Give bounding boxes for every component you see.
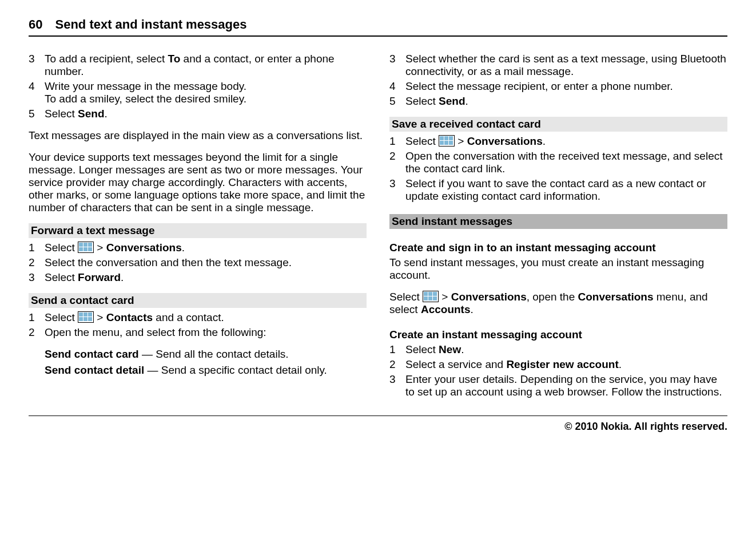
list-item: 3 Select if you want to save the contact…: [389, 177, 727, 203]
svg-rect-5: [83, 247, 87, 251]
text: .: [182, 242, 185, 254]
step-text: Select > Conversations.: [405, 135, 727, 148]
bold-text: Forward: [78, 271, 121, 283]
step-number: 2: [389, 358, 405, 371]
step-text: Enter your user details. Depending on th…: [405, 373, 727, 398]
send-card-steps: 1 Select > Contacts and a contact. 2 Ope…: [29, 311, 367, 339]
step-number: 5: [29, 108, 45, 120]
svg-rect-24: [433, 292, 437, 296]
step-number: 1: [29, 242, 45, 254]
step-number: 2: [29, 326, 45, 339]
create-account-steps: 1 Select New. 2 Select a service and Reg…: [389, 343, 727, 398]
text: Select a service and: [405, 358, 506, 370]
list-item: 4 Select the message recipient, or enter…: [389, 80, 727, 93]
svg-rect-23: [428, 292, 432, 296]
list-item: 2 Select the conversation and then the t…: [29, 256, 367, 269]
svg-rect-16: [444, 136, 448, 140]
svg-rect-13: [88, 317, 92, 321]
section-heading-im: Send instant messages: [389, 214, 727, 229]
text: >: [455, 135, 467, 147]
page-header: 60 Send text and instant messages: [29, 17, 727, 37]
bold-text: Send: [78, 108, 104, 120]
page-number: 60: [29, 17, 42, 32]
svg-rect-9: [83, 312, 87, 316]
step-number: 3: [389, 177, 405, 203]
step-text: Select Send.: [405, 95, 727, 108]
list-item: 3 To add a recipient, select To and a co…: [29, 53, 367, 78]
definition-item: Send contact detail — Send a specific co…: [45, 364, 367, 377]
bold-text: New: [439, 343, 461, 355]
bold-text: To: [168, 53, 180, 65]
text: Select: [45, 311, 78, 323]
text: Select: [405, 135, 439, 147]
step-text: Select > Contacts and a contact.: [45, 311, 367, 324]
text: Write your message in the message body.: [45, 80, 246, 92]
left-column: 3 To add a recipient, select To and a co…: [29, 53, 367, 401]
step-number: 2: [389, 150, 405, 175]
step-text: Select the message recipient, or enter a…: [405, 80, 727, 93]
sub-heading-forward: Forward a text message: [29, 223, 367, 238]
step-number: 2: [29, 256, 45, 269]
definition-desc: — Send all the contact details.: [139, 348, 289, 360]
step-text: Select Send.: [45, 108, 367, 120]
svg-rect-20: [449, 141, 453, 145]
bold-text: Conversations: [467, 135, 543, 147]
step-number: 5: [389, 95, 405, 108]
text: .: [471, 303, 474, 315]
svg-rect-25: [424, 296, 428, 300]
step-number: 4: [29, 80, 45, 105]
svg-rect-1: [79, 243, 83, 247]
svg-rect-6: [88, 247, 92, 251]
text: Select: [45, 242, 78, 254]
svg-rect-12: [83, 317, 87, 321]
list-item: 1 Select > Contacts and a contact.: [29, 311, 367, 324]
forward-steps: 1 Select > Conversations. 2 Select the c…: [29, 242, 367, 284]
bold-text: Accounts: [421, 303, 471, 315]
menu-grid-icon: [439, 135, 455, 147]
svg-rect-10: [88, 312, 92, 316]
step-text: Select a service and Register new accoun…: [405, 358, 727, 371]
menu-grid-icon: [423, 291, 439, 302]
text: and a contact.: [153, 311, 224, 323]
step-text: To add a recipient, select To and a cont…: [45, 53, 367, 78]
list-item: 3 Select whether the card is sent as a t…: [389, 53, 727, 78]
step-number: 3: [29, 271, 45, 284]
definition-item: Send contact card — Send all the contact…: [45, 348, 367, 361]
svg-rect-22: [424, 292, 428, 296]
step-number: 1: [389, 343, 405, 356]
svg-rect-26: [428, 296, 432, 300]
step-text: Select whether the card is sent as a tex…: [405, 53, 727, 78]
text: Select: [45, 271, 78, 283]
svg-rect-8: [79, 312, 83, 316]
svg-rect-27: [433, 296, 437, 300]
text: To add a smiley, select the desired smil…: [45, 93, 246, 105]
bold-text: Send: [439, 95, 465, 107]
svg-rect-3: [88, 243, 92, 247]
text: .: [461, 343, 464, 355]
step-number: 1: [389, 135, 405, 148]
definition-term: Send contact detail: [45, 364, 144, 376]
bold-text: Contacts: [106, 311, 153, 323]
step-text: Write your message in the message body. …: [45, 80, 367, 105]
list-item: 5 Select Send.: [389, 95, 727, 108]
text: .: [105, 108, 108, 120]
menu-grid-icon: [78, 242, 94, 253]
svg-rect-2: [83, 243, 87, 247]
list-item: 4 Write your message in the message body…: [29, 80, 367, 105]
list-item: 2 Open the conversation with the receive…: [389, 150, 727, 175]
svg-rect-15: [440, 136, 444, 140]
text: >: [94, 311, 106, 323]
bold-text: Register new account: [506, 358, 618, 370]
text: , open the: [527, 291, 578, 303]
sub-heading-save-card: Save a received contact card: [389, 117, 727, 132]
list-item: 3 Enter your user details. Depending on …: [389, 373, 727, 398]
list-item: 5 Select Send.: [29, 108, 367, 120]
text: Select: [405, 343, 439, 355]
step-text: Select > Conversations.: [45, 242, 367, 254]
save-card-steps: 1 Select > Conversations. 2 Open the con…: [389, 135, 727, 203]
svg-rect-18: [440, 141, 444, 145]
paragraph: To send instant messages, you must creat…: [389, 256, 727, 282]
page-title: Send text and instant messages: [55, 17, 246, 32]
text: .: [619, 358, 622, 370]
heading-create-signin: Create and sign in to an instant messagi…: [389, 242, 727, 254]
